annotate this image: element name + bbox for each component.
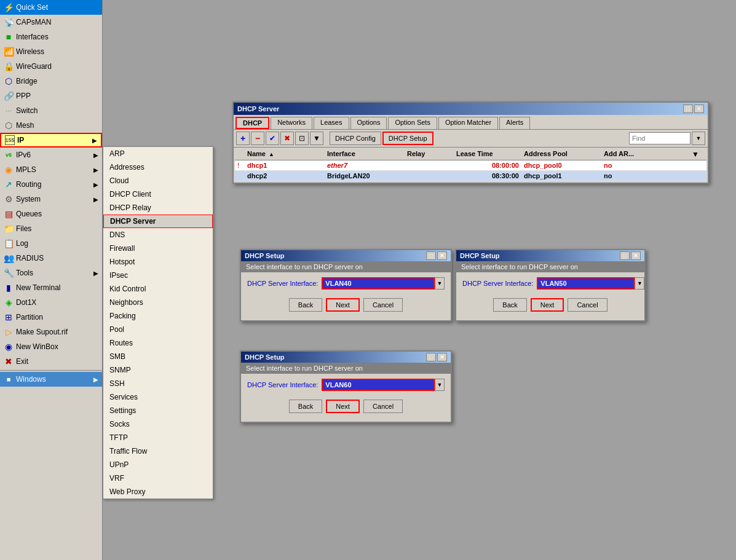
submenu-item-snmp[interactable]: SNMP (103, 363, 213, 377)
cancel-button-2[interactable]: Cancel (568, 298, 607, 312)
submenu-item-addresses[interactable]: Addresses (103, 160, 213, 174)
name-col-header[interactable]: Name ▲ (247, 150, 327, 159)
submenu-item-web-proxy[interactable]: Web Proxy (103, 485, 213, 499)
submenu-item-socks[interactable]: Socks (103, 417, 213, 431)
setup-minimize-1[interactable]: □ (426, 251, 436, 260)
sidebar-item-files[interactable]: 📁 Files (0, 221, 102, 236)
sidebar-item-wireless[interactable]: 📶 Wireless (0, 44, 102, 59)
sidebar-item-partition[interactable]: ⊞ Partition (0, 310, 102, 325)
cancel-button-3[interactable]: Cancel (363, 400, 403, 413)
submenu-item-kid-control[interactable]: Kid Control (103, 282, 213, 296)
sidebar-item-capsman[interactable]: 📡 CAPsMAN (0, 15, 102, 30)
tab-networks[interactable]: Networks (271, 117, 312, 129)
sidebar-item-terminal[interactable]: ▮ New Terminal (0, 280, 102, 295)
submenu-item-arp[interactable]: ARP (103, 147, 213, 160)
sidebar-item-switch[interactable]: ⋯ Switch (0, 103, 102, 118)
close-button[interactable]: ✕ (694, 105, 704, 113)
interface-col-header[interactable]: Interface (327, 150, 407, 159)
setup-minimize-3[interactable]: □ (426, 353, 436, 361)
submenu-item-upnp[interactable]: UPnP (103, 458, 213, 471)
setup-close-1[interactable]: ✕ (437, 251, 447, 260)
submenu-item-dhcp-client[interactable]: DHCP Client (103, 187, 213, 201)
sidebar-item-windows[interactable]: ■ Windows ▶ (0, 372, 102, 387)
tab-option-sets[interactable]: Option Sets (388, 117, 437, 129)
relay-col-header[interactable]: Relay (407, 150, 456, 159)
next-button-1[interactable]: Next (326, 298, 360, 312)
next-button-2[interactable]: Next (531, 298, 564, 312)
tab-alerts[interactable]: Alerts (499, 117, 530, 129)
sidebar-item-ipv6[interactable]: v6 IPv6 ▶ (0, 148, 102, 162)
sidebar-item-wireguard[interactable]: 🔒 WireGuard (0, 59, 102, 74)
setup-close-2[interactable]: ✕ (631, 251, 641, 260)
back-button-2[interactable]: Back (493, 298, 526, 312)
find-input[interactable] (629, 132, 690, 144)
back-button-3[interactable]: Back (289, 400, 322, 413)
setup-dropdown-2[interactable]: ▼ (635, 277, 644, 290)
add-button[interactable]: + (236, 132, 250, 145)
tab-leases[interactable]: Leases (314, 117, 349, 129)
remove-button[interactable]: − (251, 132, 264, 145)
sidebar-item-bridge[interactable]: ⬡ Bridge (0, 74, 102, 89)
find-dropdown-button[interactable]: ▼ (692, 132, 705, 145)
setup-dropdown-3[interactable]: ▼ (435, 379, 445, 391)
sidebar-item-supout[interactable]: ▷ Make Supout.rif (0, 325, 102, 339)
filter-button[interactable]: ▼ (310, 132, 323, 145)
sidebar-item-ppp[interactable]: 🔗 PPP (0, 89, 102, 103)
lease-col-header[interactable]: Lease Time (456, 150, 524, 159)
submenu-item-ipsec[interactable]: IPsec (103, 269, 213, 282)
submenu-item-tftp[interactable]: TFTP (103, 431, 213, 444)
setup-interface-input-1[interactable] (322, 277, 435, 290)
sidebar-item-quickset[interactable]: ⚡ Quick Set (0, 0, 102, 15)
scroll-indicator[interactable]: ▼ (692, 150, 704, 159)
sidebar-item-dot1x[interactable]: ◈ Dot1X (0, 295, 102, 310)
submenu-item-ssh[interactable]: SSH (103, 377, 213, 390)
submenu-item-pool[interactable]: Pool (103, 323, 213, 336)
setup-dropdown-1[interactable]: ▼ (435, 277, 445, 290)
submenu-item-cloud[interactable]: Cloud (103, 174, 213, 187)
tab-option-matcher[interactable]: Option Matcher (438, 117, 498, 129)
sidebar-item-system[interactable]: ⚙ System ▶ (0, 192, 102, 207)
submenu-item-dns[interactable]: DNS (103, 228, 213, 242)
copy-button[interactable]: ⊡ (295, 132, 309, 145)
submenu-item-services[interactable]: Services (103, 390, 213, 404)
submenu-item-firewall[interactable]: Firewall (103, 242, 213, 255)
sidebar-item-queues[interactable]: ▤ Queues (0, 207, 102, 221)
submenu-item-settings[interactable]: Settings (103, 404, 213, 417)
add-ar-col-header[interactable]: Add AR... (604, 150, 647, 159)
submenu-item-smb[interactable]: SMB (103, 350, 213, 363)
cancel-button-1[interactable]: Cancel (363, 298, 403, 312)
minimize-button[interactable]: □ (683, 105, 693, 113)
disable-button[interactable]: ✖ (280, 132, 294, 145)
sidebar-item-radius[interactable]: 👥 RADIUS (0, 251, 102, 266)
submenu-item-hotspot[interactable]: Hotspot (103, 255, 213, 269)
pool-col-header[interactable]: Address Pool (524, 150, 604, 159)
back-button-1[interactable]: Back (289, 298, 322, 312)
setup-close-3[interactable]: ✕ (437, 353, 447, 361)
sidebar-item-interfaces[interactable]: ■ Interfaces (0, 30, 102, 44)
submenu-item-dhcp-server[interactable]: DHCP Server (103, 215, 213, 228)
sidebar-item-winbox[interactable]: ◉ New WinBox (0, 339, 102, 354)
table-row[interactable]: ! dhcp1 ether7 08:00:00 dhcp_pool0 no (235, 160, 706, 171)
sidebar-item-tools[interactable]: 🔧 Tools ▶ (0, 266, 102, 280)
setup-interface-input-2[interactable] (537, 277, 635, 290)
tab-options[interactable]: Options (350, 117, 387, 129)
setup-minimize-2[interactable]: □ (620, 251, 630, 260)
tab-dhcp[interactable]: DHCP (235, 117, 269, 129)
dhcp-setup-button[interactable]: DHCP Setup (382, 132, 433, 145)
submenu-item-dhcp-relay[interactable]: DHCP Relay (103, 201, 213, 215)
submenu-item-packing[interactable]: Packing (103, 309, 213, 323)
table-row[interactable]: dhcp2 BridgeLAN20 08:30:00 dhcp_pool1 no (235, 171, 706, 181)
next-button-3[interactable]: Next (326, 400, 360, 413)
setup-interface-input-3[interactable] (322, 379, 435, 391)
submenu-item-routes[interactable]: Routes (103, 336, 213, 350)
sidebar-item-routing[interactable]: ↗ Routing ▶ (0, 177, 102, 192)
enable-button[interactable]: ✔ (266, 132, 279, 145)
submenu-item-traffic-flow[interactable]: Traffic Flow (103, 444, 213, 458)
sidebar-item-log[interactable]: 📋 Log (0, 236, 102, 251)
submenu-item-neighbors[interactable]: Neighbors (103, 296, 213, 309)
sidebar-item-ip[interactable]: 155 IP ▶ (0, 133, 102, 148)
sidebar-item-mpls[interactable]: ◉ MPLS ▶ (0, 162, 102, 177)
submenu-item-vrf[interactable]: VRF (103, 471, 213, 485)
sidebar-item-mesh[interactable]: ⬡ Mesh (0, 118, 102, 133)
dhcp-config-button[interactable]: DHCP Config (330, 132, 381, 145)
